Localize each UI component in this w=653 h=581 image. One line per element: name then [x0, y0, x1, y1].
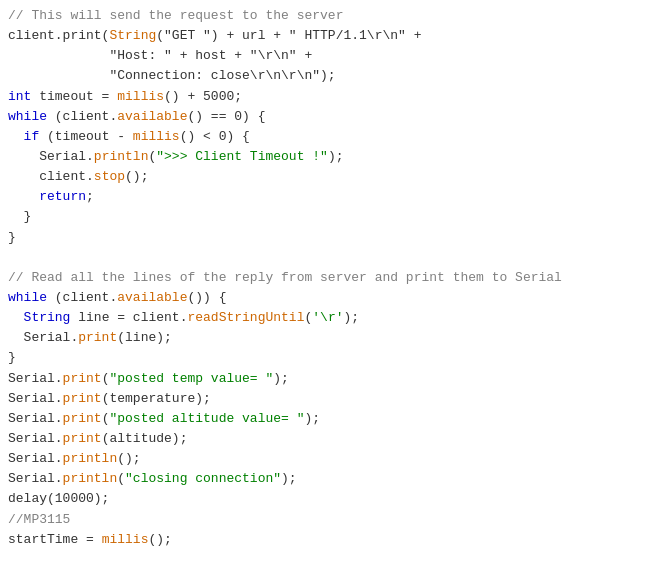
code-token: (client.: [47, 290, 117, 305]
code-token: '\r': [312, 310, 343, 325]
code-token: stop: [94, 169, 125, 184]
code-token: (client.: [47, 109, 117, 124]
code-line: client.print(String("GET ") + url + " HT…: [8, 26, 645, 46]
code-token: [8, 189, 39, 204]
code-token: // Read all the lines of the reply from …: [8, 270, 562, 285]
code-token: () == 0) {: [187, 109, 265, 124]
code-line: Serial.println(">>> Client Timeout !");: [8, 147, 645, 167]
code-token: [8, 129, 24, 144]
code-token: (temperature);: [102, 391, 211, 406]
code-token: "Connection: close\r\n\r\n");: [8, 68, 336, 83]
code-line: Serial.print(temperature);: [8, 389, 645, 409]
code-token: Serial.: [8, 451, 63, 466]
code-token: ();: [125, 169, 148, 184]
code-token: Serial.: [8, 471, 63, 486]
code-line: [8, 248, 645, 268]
code-line: "Host: " + host + "\r\n" +: [8, 46, 645, 66]
code-token: print: [78, 330, 117, 345]
code-token: }: [8, 230, 16, 245]
code-token: (: [117, 471, 125, 486]
code-token: [8, 310, 24, 325]
code-token: println: [63, 451, 118, 466]
code-editor: // This will send the request to the ser…: [8, 6, 645, 550]
code-token: timeout =: [31, 89, 117, 104]
code-token: available: [117, 290, 187, 305]
code-line: Serial.println();: [8, 449, 645, 469]
code-line: Serial.print(altitude);: [8, 429, 645, 449]
code-token: ;: [86, 189, 94, 204]
code-line: while (client.available()) {: [8, 288, 645, 308]
code-token: () + 5000;: [164, 89, 242, 104]
code-line: }: [8, 207, 645, 227]
code-token: millis: [102, 532, 149, 547]
code-token: String: [24, 310, 71, 325]
code-token: while: [8, 109, 47, 124]
code-line: return;: [8, 187, 645, 207]
code-token: "closing connection": [125, 471, 281, 486]
code-token: client.print(: [8, 28, 109, 43]
code-token: (line);: [117, 330, 172, 345]
code-token: Serial.: [8, 330, 78, 345]
code-line: //MP3115: [8, 510, 645, 530]
code-token: print: [63, 431, 102, 446]
code-token: readStringUntil: [187, 310, 304, 325]
code-token: Serial.: [8, 391, 63, 406]
code-line: Serial.print(line);: [8, 328, 645, 348]
code-token: );: [328, 149, 344, 164]
code-line: delay(10000);: [8, 489, 645, 509]
code-token: }: [8, 209, 31, 224]
code-line: Serial.println("closing connection");: [8, 469, 645, 489]
code-token: // This will send the request to the ser…: [8, 8, 343, 23]
code-token: print: [63, 391, 102, 406]
code-line: // This will send the request to the ser…: [8, 6, 645, 26]
code-line: // Read all the lines of the reply from …: [8, 268, 645, 288]
code-token: "posted altitude value= ": [109, 411, 304, 426]
code-token: ()) {: [187, 290, 226, 305]
code-line: Serial.print("posted temp value= ");: [8, 369, 645, 389]
code-line: String line = client.readStringUntil('\r…: [8, 308, 645, 328]
code-line: while (client.available() == 0) {: [8, 107, 645, 127]
code-token: );: [304, 411, 320, 426]
code-line: client.stop();: [8, 167, 645, 187]
code-token: return: [39, 189, 86, 204]
code-line: int timeout = millis() + 5000;: [8, 87, 645, 107]
code-token: print: [63, 371, 102, 386]
code-token: ">>> Client Timeout !": [156, 149, 328, 164]
code-token: Serial.: [8, 411, 63, 426]
code-token: int: [8, 89, 31, 104]
code-token: ("GET ") + url + " HTTP/1.1\r\n" +: [156, 28, 421, 43]
code-token: "Host: " + host + "\r\n" +: [8, 48, 312, 63]
code-line: }: [8, 348, 645, 368]
code-token: print: [63, 411, 102, 426]
code-token: }: [8, 350, 16, 365]
code-token: (altitude);: [102, 431, 188, 446]
code-token: millis: [133, 129, 180, 144]
code-token: line = client.: [70, 310, 187, 325]
code-token: println: [94, 149, 149, 164]
code-token: //MP3115: [8, 512, 70, 527]
code-token: while: [8, 290, 47, 305]
code-token: millis: [117, 89, 164, 104]
code-token: Serial.: [8, 431, 63, 446]
code-token: );: [281, 471, 297, 486]
code-token: ();: [117, 451, 140, 466]
code-token: if: [24, 129, 40, 144]
code-token: delay(10000);: [8, 491, 109, 506]
code-token: available: [117, 109, 187, 124]
code-token: Serial.: [8, 371, 63, 386]
code-line: }: [8, 228, 645, 248]
code-token: String: [109, 28, 156, 43]
code-line: startTime = millis();: [8, 530, 645, 550]
code-token: () < 0) {: [180, 129, 250, 144]
code-token: startTime =: [8, 532, 102, 547]
code-token: println: [63, 471, 118, 486]
code-token: ();: [148, 532, 171, 547]
code-token: "posted temp value= ": [109, 371, 273, 386]
code-token: Serial.: [8, 149, 94, 164]
code-line: if (timeout - millis() < 0) {: [8, 127, 645, 147]
code-line: "Connection: close\r\n\r\n");: [8, 66, 645, 86]
code-token: client.: [8, 169, 94, 184]
code-token: );: [344, 310, 360, 325]
code-token: );: [273, 371, 289, 386]
code-token: (timeout -: [39, 129, 133, 144]
